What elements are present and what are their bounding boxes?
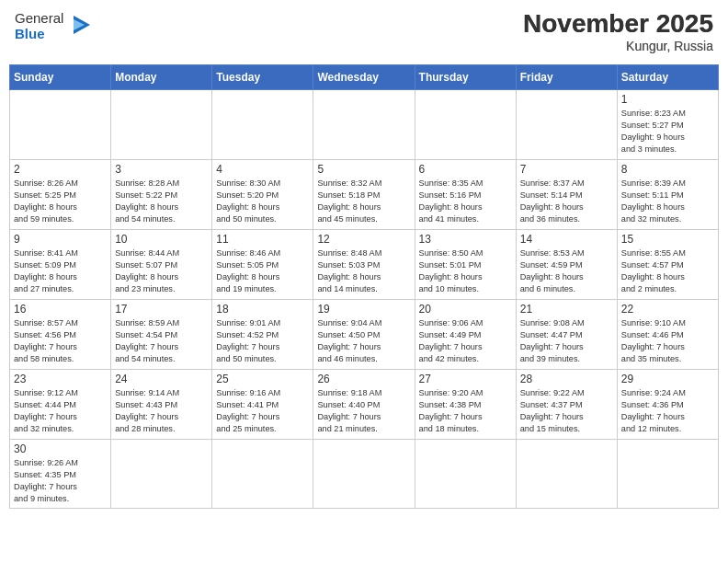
day-info: Sunrise: 9:18 AMSunset: 4:40 PMDaylight:… xyxy=(317,387,410,435)
table-cell-11: 6Sunrise: 8:35 AMSunset: 5:16 PMDaylight… xyxy=(415,160,516,230)
day-info: Sunrise: 8:30 AMSunset: 5:20 PMDaylight:… xyxy=(216,178,309,225)
day-number: 8 xyxy=(621,163,714,176)
table-cell-19: 14Sunrise: 8:53 AMSunset: 4:59 PMDayligh… xyxy=(516,230,617,300)
table-cell-7: 2Sunrise: 8:26 AMSunset: 5:25 PMDaylight… xyxy=(10,160,111,230)
table-cell-3 xyxy=(313,90,415,160)
day-info: Sunrise: 8:28 AMSunset: 5:22 PMDaylight:… xyxy=(115,178,208,225)
day-number: 1 xyxy=(621,93,714,106)
day-number: 5 xyxy=(317,163,410,176)
day-info: Sunrise: 8:35 AMSunset: 5:16 PMDaylight:… xyxy=(419,178,512,225)
table-cell-13: 8Sunrise: 8:39 AMSunset: 5:11 PMDaylight… xyxy=(617,160,718,230)
table-cell-39 xyxy=(415,440,516,509)
table-cell-35: 30Sunrise: 9:26 AMSunset: 4:35 PMDayligh… xyxy=(10,440,111,509)
table-cell-41 xyxy=(617,440,718,509)
table-cell-22: 17Sunrise: 8:59 AMSunset: 4:54 PMDayligh… xyxy=(111,300,212,370)
weekday-friday: Friday xyxy=(516,65,617,90)
table-cell-38 xyxy=(313,440,415,509)
table-cell-6: 1Sunrise: 8:23 AMSunset: 5:27 PMDaylight… xyxy=(617,90,718,160)
day-number: 14 xyxy=(520,233,613,246)
day-info: Sunrise: 8:53 AMSunset: 4:59 PMDaylight:… xyxy=(520,247,613,295)
day-number: 2 xyxy=(14,163,107,176)
day-number: 9 xyxy=(14,233,107,246)
day-info: Sunrise: 8:39 AMSunset: 5:11 PMDaylight:… xyxy=(621,178,714,225)
day-info: Sunrise: 8:44 AMSunset: 5:07 PMDaylight:… xyxy=(115,247,208,295)
day-number: 19 xyxy=(317,303,410,316)
table-cell-40 xyxy=(516,440,617,509)
table-cell-18: 13Sunrise: 8:50 AMSunset: 5:01 PMDayligh… xyxy=(415,230,516,300)
day-number: 25 xyxy=(216,373,309,385)
day-number: 29 xyxy=(621,373,714,385)
table-cell-4 xyxy=(415,90,516,160)
table-cell-34: 29Sunrise: 9:24 AMSunset: 4:36 PMDayligh… xyxy=(617,370,718,440)
day-info: Sunrise: 9:26 AMSunset: 4:35 PMDaylight:… xyxy=(14,457,107,505)
table-cell-25: 20Sunrise: 9:06 AMSunset: 4:49 PMDayligh… xyxy=(415,300,516,370)
table-cell-30: 25Sunrise: 9:16 AMSunset: 4:41 PMDayligh… xyxy=(212,370,313,440)
day-info: Sunrise: 9:08 AMSunset: 4:47 PMDaylight:… xyxy=(520,317,613,365)
weekday-saturday: Saturday xyxy=(617,65,718,90)
day-info: Sunrise: 8:59 AMSunset: 4:54 PMDaylight:… xyxy=(115,317,208,365)
day-info: Sunrise: 9:24 AMSunset: 4:36 PMDaylight:… xyxy=(621,387,714,435)
day-number: 12 xyxy=(317,233,410,246)
table-cell-24: 19Sunrise: 9:04 AMSunset: 4:50 PMDayligh… xyxy=(313,300,415,370)
day-number: 4 xyxy=(216,163,309,176)
calendar-wrap: Sunday Monday Tuesday Wednesday Thursday… xyxy=(0,64,728,563)
day-number: 18 xyxy=(216,303,309,316)
table-cell-16: 11Sunrise: 8:46 AMSunset: 5:05 PMDayligh… xyxy=(212,230,313,300)
table-cell-21: 16Sunrise: 8:57 AMSunset: 4:56 PMDayligh… xyxy=(10,300,111,370)
table-cell-14: 9Sunrise: 8:41 AMSunset: 5:09 PMDaylight… xyxy=(10,230,111,300)
table-cell-37 xyxy=(212,440,313,509)
location-visible: Kungur, Russia xyxy=(523,39,713,53)
day-number: 23 xyxy=(14,373,107,385)
day-number: 20 xyxy=(419,303,512,316)
table-cell-27: 22Sunrise: 9:10 AMSunset: 4:46 PMDayligh… xyxy=(617,300,718,370)
table-cell-33: 28Sunrise: 9:22 AMSunset: 4:37 PMDayligh… xyxy=(516,370,617,440)
day-info: Sunrise: 8:50 AMSunset: 5:01 PMDaylight:… xyxy=(419,247,512,295)
day-number: 16 xyxy=(14,303,107,316)
table-cell-28: 23Sunrise: 9:12 AMSunset: 4:44 PMDayligh… xyxy=(10,370,111,440)
month-year-visible: November 2025 xyxy=(523,9,713,39)
weekday-monday: Monday xyxy=(111,65,212,90)
table-cell-8: 3Sunrise: 8:28 AMSunset: 5:22 PMDaylight… xyxy=(111,160,212,230)
day-number: 13 xyxy=(419,233,512,246)
weekday-sunday: Sunday xyxy=(10,65,111,90)
table-cell-32: 27Sunrise: 9:20 AMSunset: 4:38 PMDayligh… xyxy=(415,370,516,440)
day-number: 15 xyxy=(621,233,714,246)
blue-triangle-icon xyxy=(66,12,92,38)
day-info: Sunrise: 8:41 AMSunset: 5:09 PMDaylight:… xyxy=(14,247,107,295)
day-number: 27 xyxy=(419,373,512,385)
day-number: 24 xyxy=(115,373,208,385)
day-info: Sunrise: 9:14 AMSunset: 4:43 PMDaylight:… xyxy=(115,387,208,435)
day-info: Sunrise: 8:32 AMSunset: 5:18 PMDaylight:… xyxy=(317,178,410,225)
day-info: Sunrise: 8:55 AMSunset: 4:57 PMDaylight:… xyxy=(621,247,714,295)
table-cell-29: 24Sunrise: 9:14 AMSunset: 4:43 PMDayligh… xyxy=(111,370,212,440)
calendar-page: General Blue General Blue November 2025 … xyxy=(0,0,728,563)
table-cell-15: 10Sunrise: 8:44 AMSunset: 5:07 PMDayligh… xyxy=(111,230,212,300)
table-cell-23: 18Sunrise: 9:01 AMSunset: 4:52 PMDayligh… xyxy=(212,300,313,370)
day-info: Sunrise: 9:12 AMSunset: 4:44 PMDaylight:… xyxy=(14,387,107,435)
title-block-visible: November 2025 Kungur, Russia xyxy=(523,9,713,53)
day-info: Sunrise: 8:23 AMSunset: 5:27 PMDaylight:… xyxy=(621,108,714,155)
table-cell-36 xyxy=(111,440,212,509)
day-number: 21 xyxy=(520,303,613,316)
day-info: Sunrise: 9:22 AMSunset: 4:37 PMDaylight:… xyxy=(520,387,613,435)
day-info: Sunrise: 9:16 AMSunset: 4:41 PMDaylight:… xyxy=(216,387,309,435)
day-info: Sunrise: 9:04 AMSunset: 4:50 PMDaylight:… xyxy=(317,317,410,365)
weekday-tuesday: Tuesday xyxy=(212,65,313,90)
day-number: 17 xyxy=(115,303,208,316)
table-cell-26: 21Sunrise: 9:08 AMSunset: 4:47 PMDayligh… xyxy=(516,300,617,370)
table-cell-31: 26Sunrise: 9:18 AMSunset: 4:40 PMDayligh… xyxy=(313,370,415,440)
table-cell-1 xyxy=(111,90,212,160)
day-info: Sunrise: 9:20 AMSunset: 4:38 PMDaylight:… xyxy=(419,387,512,435)
day-number: 22 xyxy=(621,303,714,316)
day-number: 6 xyxy=(419,163,512,176)
day-number: 7 xyxy=(520,163,613,176)
day-info: Sunrise: 9:06 AMSunset: 4:49 PMDaylight:… xyxy=(419,317,512,365)
day-number: 3 xyxy=(115,163,208,176)
day-number: 10 xyxy=(115,233,208,246)
table-cell-5 xyxy=(516,90,617,160)
day-number: 30 xyxy=(14,442,107,455)
table-cell-12: 7Sunrise: 8:37 AMSunset: 5:14 PMDaylight… xyxy=(516,160,617,230)
table-cell-20: 15Sunrise: 8:55 AMSunset: 4:57 PMDayligh… xyxy=(617,230,718,300)
day-info: Sunrise: 9:10 AMSunset: 4:46 PMDaylight:… xyxy=(621,317,714,365)
day-number: 11 xyxy=(216,233,309,246)
